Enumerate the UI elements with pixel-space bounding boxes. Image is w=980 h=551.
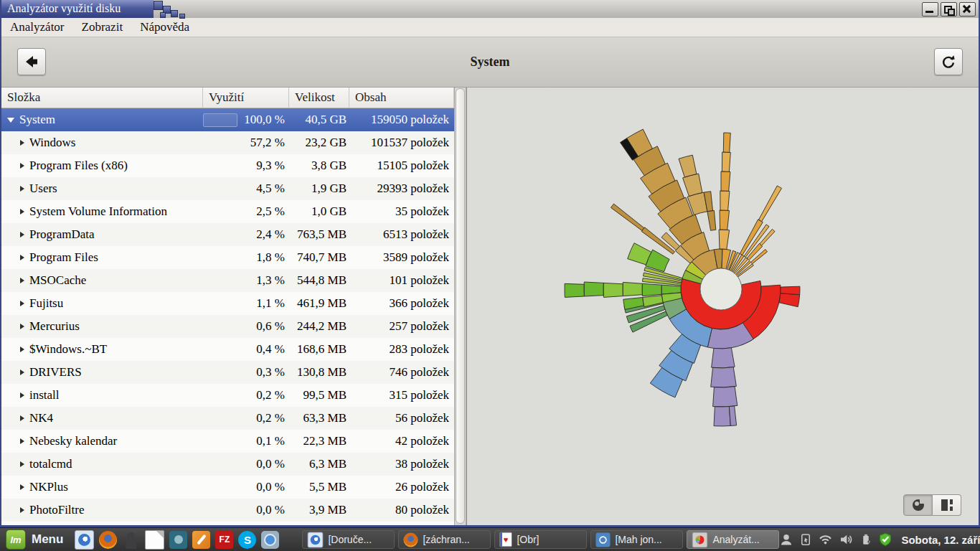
chart-wedge[interactable] <box>711 367 737 387</box>
expander-closed-icon[interactable] <box>20 278 24 283</box>
menu-button[interactable]: lm Menu <box>4 529 70 550</box>
menu-item-help[interactable]: Nápověda <box>131 18 198 37</box>
table-row-mercurius[interactable]: Mercurius0,6 %244,2 MB257 položek <box>1 315 454 338</box>
table-row-program-files[interactable]: Program Files1,8 %740,7 MB3589 položek <box>1 246 454 269</box>
chart-wedge[interactable] <box>719 230 730 249</box>
expander-closed-icon[interactable] <box>20 369 24 375</box>
expander-closed-icon[interactable] <box>20 301 24 306</box>
taskbar-window-firefox[interactable]: [záchran... <box>398 530 491 549</box>
table-row-drivers[interactable]: DRIVERS0,3 %130,8 MB746 položek <box>1 361 454 384</box>
volume-tray-icon[interactable] <box>839 532 854 547</box>
expander-closed-icon[interactable] <box>20 392 24 398</box>
table-row-windows[interactable]: Windows57,2 %23,2 GB101537 položek <box>1 131 454 154</box>
chart-wedge[interactable] <box>720 210 729 230</box>
expander-closed-icon[interactable] <box>20 232 24 237</box>
expander-closed-icon[interactable] <box>20 186 24 192</box>
launcher-person-icon[interactable] <box>122 531 140 549</box>
wifi-tray-icon[interactable] <box>818 532 833 547</box>
table-row-msocache[interactable]: MSOCache1,3 %544,8 MB101 položek <box>1 269 454 292</box>
expander-closed-icon[interactable] <box>20 163 24 169</box>
user-tray-icon[interactable] <box>779 532 793 547</box>
launcher-writer-icon[interactable] <box>145 530 164 550</box>
expander-closed-icon[interactable] <box>20 461 24 467</box>
launcher-teal-icon[interactable] <box>169 531 187 549</box>
column-header-usage[interactable]: Využití <box>203 88 289 108</box>
expander-closed-icon[interactable] <box>20 484 24 490</box>
close-button[interactable] <box>959 2 976 17</box>
chart-wedge[interactable] <box>720 191 730 210</box>
table-row-programdata[interactable]: ProgramData2,4 %763,5 MB6513 položek <box>1 223 454 246</box>
column-header-folder[interactable]: Složka <box>1 88 203 108</box>
chart-wedge[interactable] <box>721 171 730 191</box>
expander-closed-icon[interactable] <box>20 347 24 352</box>
chart-wedge[interactable] <box>714 407 730 426</box>
chart-wedge[interactable] <box>713 387 738 407</box>
launcher-skype-icon[interactable]: S <box>238 531 256 549</box>
treemap-view-button[interactable] <box>933 494 961 516</box>
expander-closed-icon[interactable] <box>20 507 24 513</box>
column-header-contents[interactable]: Obsah <box>349 88 454 108</box>
expander-open-icon[interactable] <box>7 118 14 123</box>
table-row--windows-bt[interactable]: $Windows.~BT0,4 %168,6 MB283 položek <box>1 338 454 361</box>
chart-wedge[interactable] <box>781 286 800 295</box>
expander-closed-icon[interactable] <box>20 255 24 260</box>
taskbar-window-mahjong[interactable]: [Mah jon... <box>590 530 683 549</box>
taskbar-window-card[interactable]: ♥[Obr] <box>494 530 587 549</box>
table-row-program-files-x86-[interactable]: Program Files (x86)9,3 %3,8 GB15105 polo… <box>1 154 454 177</box>
chart-wedge[interactable] <box>642 283 661 296</box>
taskbar-window-thunderbird[interactable]: [Doruče... <box>302 530 395 549</box>
menu-item-view[interactable]: Zobrazit <box>73 18 132 37</box>
chart-wedge[interactable] <box>565 283 584 297</box>
launcher-thunderbird-icon[interactable] <box>75 530 94 550</box>
chart-wedge[interactable] <box>603 283 623 297</box>
chart-wedge[interactable] <box>779 293 800 307</box>
chart-wedge[interactable] <box>723 133 730 152</box>
tablet-tray-icon[interactable] <box>799 532 812 547</box>
chart-wedge[interactable] <box>643 296 664 307</box>
table-row-nkplus[interactable]: NKPlus0,0 %5,5 MB26 položek <box>1 476 454 499</box>
table-row-system-volume-information[interactable]: System Volume Information2,5 %1,0 GB35 p… <box>1 200 454 223</box>
table-row-fujitsu[interactable]: Fujitsu1,1 %461,9 MB366 položek <box>1 292 454 315</box>
table-row-users[interactable]: Users4,5 %1,9 GB29393 položek <box>1 177 454 200</box>
clock[interactable]: Sobota, 12. září, 19:44 <box>901 534 980 546</box>
table-scrollbar[interactable] <box>454 88 466 525</box>
titlebar[interactable]: Analyzátor využití disku <box>1 0 979 18</box>
table-row-install[interactable]: install0,2 %99,5 MB315 položek <box>1 384 454 407</box>
column-header-size[interactable]: Velikost <box>289 88 349 108</box>
refresh-button[interactable] <box>934 48 963 75</box>
table-row-totalcmd[interactable]: totalcmd0,0 %6,3 MB38 položek <box>1 453 454 476</box>
table-row-nk4[interactable]: NK40,2 %63,3 MB56 položek <box>1 407 454 430</box>
expander-closed-icon[interactable] <box>20 140 24 146</box>
chart-wedge[interactable] <box>623 282 642 296</box>
launcher-paint-icon[interactable] <box>192 531 210 549</box>
rings-chart[interactable] <box>467 88 980 525</box>
chart-wedge[interactable] <box>729 406 736 426</box>
scrollbar-thumb[interactable] <box>456 88 465 524</box>
chart-wedge[interactable] <box>722 152 730 171</box>
launcher-fz-icon[interactable]: FZ <box>215 531 233 549</box>
rings-view-button[interactable] <box>903 494 933 516</box>
expander-closed-icon[interactable] <box>20 438 24 444</box>
menu-item-analyzer[interactable]: Analyzátor <box>1 18 73 37</box>
chart-wedge[interactable] <box>679 155 697 177</box>
expander-closed-icon[interactable] <box>20 324 24 329</box>
taskbar-window-analyzer[interactable]: Analyzát... <box>687 530 779 549</box>
launcher-chromium-icon[interactable] <box>261 531 279 549</box>
table-row-photofiltre[interactable]: PhotoFiltre0,0 %3,9 MB80 položek <box>1 499 454 522</box>
table-row-nebesky-kalendar[interactable]: Nebesky kalendar0,1 %22,3 MB42 položek <box>1 430 454 453</box>
folder-items-count: 101537 položek <box>349 136 454 150</box>
battery-tray-icon[interactable] <box>859 532 872 547</box>
table-row-system[interactable]: System100,0 %40,5 GB159050 položek <box>1 108 454 131</box>
chart-wedge[interactable] <box>707 210 716 230</box>
shield-tray-icon[interactable] <box>878 532 892 547</box>
chart-wedge[interactable] <box>759 186 782 222</box>
chart-wedge[interactable] <box>584 282 603 296</box>
maximize-button[interactable] <box>941 2 957 17</box>
chart-center-circle[interactable] <box>700 268 742 310</box>
launcher-firefox-icon[interactable] <box>99 531 117 549</box>
minimize-button[interactable] <box>922 2 938 17</box>
chart-wedge[interactable] <box>712 348 735 368</box>
expander-closed-icon[interactable] <box>20 415 24 421</box>
expander-closed-icon[interactable] <box>20 209 24 215</box>
chart-wedge[interactable] <box>611 204 644 230</box>
